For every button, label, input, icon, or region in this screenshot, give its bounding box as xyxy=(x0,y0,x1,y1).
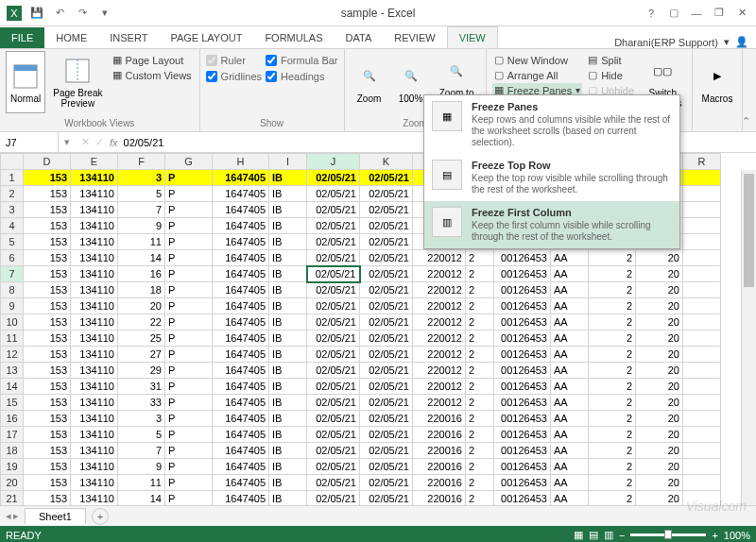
cell[interactable]: 02/05/21 xyxy=(307,379,360,395)
cell[interactable] xyxy=(683,379,721,395)
tab-file[interactable]: FILE xyxy=(0,27,44,48)
cell[interactable]: 2 xyxy=(466,443,494,459)
cell[interactable]: 2 xyxy=(466,427,494,443)
cell[interactable]: 220012 xyxy=(413,314,466,330)
qat-dropdown[interactable]: ▾ xyxy=(94,3,115,24)
cell[interactable] xyxy=(683,234,721,250)
cell[interactable]: 220012 xyxy=(413,379,466,395)
cell[interactable]: 9 xyxy=(118,218,165,234)
cell[interactable]: 02/05/21 xyxy=(360,427,413,443)
cell[interactable]: 02/05/21 xyxy=(360,363,413,379)
cell[interactable] xyxy=(683,330,721,347)
cell[interactable]: 20 xyxy=(636,475,683,491)
enter-formula-icon[interactable]: ✓ xyxy=(95,136,104,148)
collapse-ribbon-button[interactable]: ⌃ xyxy=(742,115,750,127)
cell[interactable]: AA xyxy=(551,459,589,475)
hide-button[interactable]: ▢Hide xyxy=(586,68,636,82)
row-header[interactable]: 16 xyxy=(1,411,24,427)
cell[interactable]: 20 xyxy=(636,379,683,395)
cell[interactable]: 02/05/21 xyxy=(360,411,413,427)
cell[interactable]: 2 xyxy=(466,314,494,330)
cell[interactable]: 153 xyxy=(24,330,71,347)
custom-views-button[interactable]: ▦Custom Views xyxy=(111,68,194,82)
freeze-top-row-option[interactable]: ▤ Freeze Top RowKeep the top row visible… xyxy=(424,154,679,201)
cell[interactable]: 134110 xyxy=(71,475,118,491)
cell[interactable]: 153 xyxy=(24,186,71,202)
cell[interactable]: 5 xyxy=(118,427,165,443)
cell[interactable]: 02/05/21 xyxy=(360,395,413,411)
cell[interactable]: IB xyxy=(269,314,307,330)
cell[interactable]: 134110 xyxy=(71,186,118,202)
row-header[interactable]: 17 xyxy=(1,427,24,443)
cell[interactable] xyxy=(683,459,721,475)
row-header[interactable]: 1 xyxy=(1,170,24,186)
cell[interactable] xyxy=(683,250,721,266)
new-window-button[interactable]: ▢New Window xyxy=(492,53,582,67)
cell[interactable]: 153 xyxy=(24,202,71,218)
cell[interactable]: 1647405 xyxy=(213,347,269,363)
cell[interactable]: 02/05/21 xyxy=(360,314,413,330)
cell[interactable]: 153 xyxy=(24,250,71,266)
cell[interactable]: 153 xyxy=(24,475,71,491)
cell[interactable]: 00126453 xyxy=(494,314,551,330)
cell[interactable]: 1647405 xyxy=(213,170,269,186)
cell[interactable]: 220012 xyxy=(413,395,466,411)
cell[interactable] xyxy=(683,347,721,363)
cell[interactable]: 02/05/21 xyxy=(360,475,413,491)
cell[interactable]: P xyxy=(165,363,213,379)
cell[interactable]: 134110 xyxy=(71,459,118,475)
row-header[interactable]: 20 xyxy=(1,475,24,491)
cell[interactable]: 153 xyxy=(24,266,71,282)
cell[interactable]: 1647405 xyxy=(213,250,269,266)
cancel-formula-icon[interactable]: ✕ xyxy=(81,136,90,148)
page-break-preview-button[interactable]: Page Break Preview xyxy=(49,51,106,113)
cell[interactable]: AA xyxy=(551,363,589,379)
sheet-nav-next[interactable]: ▸ xyxy=(13,510,19,522)
cell[interactable]: AA xyxy=(551,443,589,459)
cell[interactable]: 02/05/21 xyxy=(360,202,413,218)
cell[interactable]: 1647405 xyxy=(213,411,269,427)
cell[interactable]: 7 xyxy=(118,202,165,218)
zoom-in-button[interactable]: + xyxy=(712,530,717,541)
cell[interactable]: P xyxy=(165,347,213,363)
cell[interactable] xyxy=(683,170,721,186)
cell[interactable]: 25 xyxy=(118,330,165,347)
ruler-checkbox[interactable]: Ruler xyxy=(206,53,262,68)
save-button[interactable]: 💾 xyxy=(26,3,47,24)
cell[interactable]: IB xyxy=(269,379,307,395)
cell[interactable]: 134110 xyxy=(71,427,118,443)
cell[interactable]: 1647405 xyxy=(213,427,269,443)
cell[interactable]: 00126453 xyxy=(494,475,551,491)
zoom-level[interactable]: 100% xyxy=(724,530,750,541)
row-header[interactable]: 21 xyxy=(1,491,24,506)
zoom-out-button[interactable]: − xyxy=(619,530,625,541)
gridlines-checkbox[interactable]: Gridlines xyxy=(206,69,262,84)
zoom-slider-thumb[interactable] xyxy=(664,530,672,539)
cell[interactable]: 20 xyxy=(636,427,683,443)
cell[interactable]: IB xyxy=(269,491,307,506)
row-header[interactable]: 13 xyxy=(1,363,24,379)
cell[interactable]: 00126453 xyxy=(494,347,551,363)
cell[interactable]: 2 xyxy=(589,379,636,395)
cell[interactable]: 20 xyxy=(636,443,683,459)
cell[interactable]: 1647405 xyxy=(213,234,269,250)
zoom-slider[interactable] xyxy=(630,534,706,536)
cell[interactable]: 20 xyxy=(636,266,683,282)
cell[interactable]: 1647405 xyxy=(213,443,269,459)
cell[interactable]: 02/05/21 xyxy=(307,170,360,186)
row-header[interactable]: 6 xyxy=(1,250,24,266)
cell[interactable]: P xyxy=(165,443,213,459)
cell[interactable]: 02/05/21 xyxy=(307,218,360,234)
fx-icon[interactable]: fx xyxy=(110,137,118,148)
cell[interactable]: 1647405 xyxy=(213,186,269,202)
sheet-tab[interactable]: Sheet1 xyxy=(25,508,86,524)
cell[interactable]: 153 xyxy=(24,395,71,411)
cell[interactable]: 2 xyxy=(589,330,636,347)
cell[interactable]: AA xyxy=(551,282,589,298)
cell[interactable]: 14 xyxy=(118,250,165,266)
cell[interactable]: 02/05/21 xyxy=(360,459,413,475)
cell[interactable]: 02/05/21 xyxy=(307,282,360,298)
cell[interactable]: IB xyxy=(269,475,307,491)
cell[interactable]: P xyxy=(165,411,213,427)
cell[interactable]: IB xyxy=(269,202,307,218)
